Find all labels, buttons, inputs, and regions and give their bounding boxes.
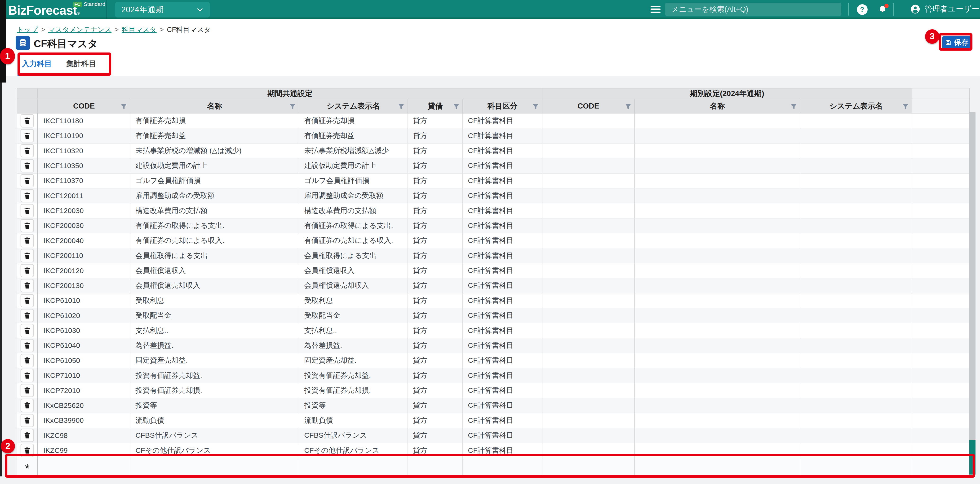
cell-p-name[interactable] (635, 203, 800, 218)
cell-code[interactable]: IKCF200040 (38, 233, 130, 248)
cell-p-code[interactable] (542, 233, 635, 248)
cell-p-name[interactable] (635, 233, 800, 248)
cell-p-code[interactable] (542, 443, 635, 458)
cell-code[interactable]: IKCF110190 (38, 128, 130, 143)
new-cell-code[interactable] (38, 458, 130, 476)
column-header-period-code[interactable]: CODE (542, 99, 635, 113)
cell-category[interactable]: CF計算書科目 (463, 383, 542, 398)
delete-row-button[interactable] (21, 399, 33, 412)
help-icon[interactable]: ? (857, 4, 868, 15)
cell-name[interactable]: 会員権償還収入 (130, 263, 299, 278)
cell-p-code[interactable] (542, 128, 635, 143)
cell-p-code[interactable] (542, 413, 635, 428)
cell-display-name[interactable]: 会員権取得による支出 (299, 248, 408, 263)
cell-name[interactable]: ゴルフ会員権評価損 (130, 173, 299, 188)
cell-dc[interactable]: 貸方 (408, 278, 463, 293)
filter-icon[interactable] (290, 103, 296, 110)
new-cell-period-display-name[interactable] (800, 458, 912, 476)
cell-name[interactable]: 有価証券売却益 (130, 128, 299, 143)
cell-p-code[interactable] (542, 308, 635, 323)
cell-name[interactable]: 有価証券の取得による支出. (130, 218, 299, 233)
cell-code[interactable]: IKCP61010 (38, 293, 130, 308)
cell-dc[interactable]: 貸方 (408, 428, 463, 443)
cell-name[interactable]: 構造改革費用の支払額 (130, 203, 299, 218)
cell-code[interactable]: IKCF200110 (38, 248, 130, 263)
cell-p-display-name[interactable] (800, 218, 912, 233)
cell-dc[interactable]: 貸方 (408, 158, 463, 173)
cell-display-name[interactable]: 有価証券売却損 (299, 113, 408, 128)
cell-display-name[interactable]: 構造改革費用の支払額 (299, 203, 408, 218)
cell-code[interactable]: IKCP71010 (38, 368, 130, 383)
cell-dc[interactable]: 貸方 (408, 323, 463, 338)
cell-category[interactable]: CF計算書科目 (463, 428, 542, 443)
cell-p-name[interactable] (635, 398, 800, 413)
cell-p-name[interactable] (635, 368, 800, 383)
cell-dc[interactable]: 貸方 (408, 353, 463, 368)
delete-row-button[interactable] (21, 429, 33, 442)
cell-code[interactable]: IKCP61020 (38, 308, 130, 323)
cell-display-name[interactable]: CFBS仕訳バランス (299, 428, 408, 443)
cell-category[interactable]: CF計算書科目 (463, 218, 542, 233)
cell-p-display-name[interactable] (800, 308, 912, 323)
cell-p-display-name[interactable] (800, 233, 912, 248)
bell-icon[interactable] (878, 4, 889, 16)
menu-search-input[interactable] (665, 3, 841, 16)
cell-name[interactable]: 会員権取得による支出 (130, 248, 299, 263)
column-header-name[interactable]: 名称 (130, 99, 299, 113)
cell-display-name[interactable]: 固定資産売却益. (299, 353, 408, 368)
cell-code[interactable]: IKZC99 (38, 443, 130, 458)
delete-row-button[interactable] (21, 444, 33, 457)
cell-p-display-name[interactable] (800, 368, 912, 383)
cell-p-code[interactable] (542, 113, 635, 128)
column-header-display-name[interactable]: システム表示名 (299, 99, 408, 113)
cell-display-name[interactable]: 投資等 (299, 398, 408, 413)
cell-category[interactable]: CF計算書科目 (463, 398, 542, 413)
cell-name[interactable]: 支払利息.. (130, 323, 299, 338)
cell-p-display-name[interactable] (800, 188, 912, 203)
new-cell-period-code[interactable] (542, 458, 635, 476)
cell-display-name[interactable]: 雇用調整助成金の受取額 (299, 188, 408, 203)
cell-p-name[interactable] (635, 113, 800, 128)
cell-category[interactable]: CF計算書科目 (463, 308, 542, 323)
cell-p-code[interactable] (542, 263, 635, 278)
cell-p-code[interactable] (542, 368, 635, 383)
cell-code[interactable]: IKCF120011 (38, 188, 130, 203)
cell-dc[interactable]: 貸方 (408, 143, 463, 158)
cell-name[interactable]: 投資有価証券売却益. (130, 368, 299, 383)
cell-p-code[interactable] (542, 173, 635, 188)
cell-category[interactable]: CF計算書科目 (463, 293, 542, 308)
filter-icon[interactable] (791, 103, 797, 110)
cell-display-name[interactable]: 支払利息.. (299, 323, 408, 338)
cell-code[interactable]: IKCP61040 (38, 338, 130, 353)
delete-row-button[interactable] (21, 324, 33, 337)
cell-code[interactable]: IKCF200120 (38, 263, 130, 278)
cell-p-name[interactable] (635, 413, 800, 428)
cell-p-code[interactable] (542, 143, 635, 158)
vertical-scrollbar-track[interactable] (969, 112, 975, 474)
cell-code[interactable]: IKCF110180 (38, 113, 130, 128)
cell-display-name[interactable]: 為替差損益. (299, 338, 408, 353)
delete-row-button[interactable] (21, 309, 33, 322)
cell-dc[interactable]: 貸方 (408, 203, 463, 218)
cell-name[interactable]: CFその他仕訳バランス (130, 443, 299, 458)
cell-code[interactable]: IKCP72010 (38, 383, 130, 398)
cell-display-name[interactable]: 会員権償還売却収入 (299, 278, 408, 293)
cell-code[interactable]: IKCP61050 (38, 353, 130, 368)
cell-p-display-name[interactable] (800, 158, 912, 173)
cell-code[interactable]: IKxCB25620 (38, 398, 130, 413)
delete-row-button[interactable] (21, 174, 33, 187)
cell-p-name[interactable] (635, 278, 800, 293)
cell-name[interactable]: 会員権償還売却収入 (130, 278, 299, 293)
column-header-period-name[interactable]: 名称 (635, 99, 800, 113)
delete-row-button[interactable] (21, 354, 33, 367)
delete-row-button[interactable] (21, 114, 33, 127)
new-cell-period-name[interactable] (635, 458, 800, 476)
cell-p-name[interactable] (635, 158, 800, 173)
cell-name[interactable]: 固定資産売却益. (130, 353, 299, 368)
cell-dc[interactable]: 貸方 (408, 383, 463, 398)
cell-p-code[interactable] (542, 338, 635, 353)
cell-dc[interactable]: 貸方 (408, 128, 463, 143)
cell-p-name[interactable] (635, 248, 800, 263)
delete-row-button[interactable] (21, 249, 33, 262)
user-menu[interactable]: 管理者ユーザー (910, 4, 979, 14)
